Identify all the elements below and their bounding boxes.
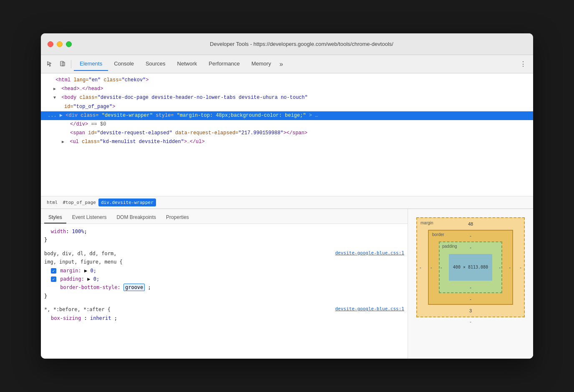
- dom-line[interactable]: <span id="devsite-request-elapsed" data-…: [41, 129, 533, 138]
- tab-elements[interactable]: Elements: [74, 57, 108, 71]
- panel-tabs: Elements Console Sources Network Perform…: [74, 57, 516, 71]
- box-bottom-value[interactable]: -: [470, 319, 471, 324]
- margin-bottom-value[interactable]: 3: [469, 308, 472, 313]
- dom-tree: <html lang="en" class="chekov"> ▶ <head>…: [41, 73, 533, 196]
- tab-styles[interactable]: Styles: [44, 212, 66, 224]
- toolbar-separator: [71, 60, 71, 68]
- traffic-lights: [48, 41, 72, 47]
- breadcrumb-item-devsite-wrapper[interactable]: div.devsite-wrapper: [98, 199, 156, 206]
- expand-arrow: ▼: [53, 95, 58, 101]
- expand-arrow: ▶: [53, 86, 58, 93]
- css-selector: img, input, figure, menu {: [44, 258, 404, 266]
- toolbar: Elements Console Sources Network Perform…: [41, 55, 533, 73]
- border-top-value[interactable]: -: [470, 233, 471, 238]
- border-left-value[interactable]: -: [430, 265, 432, 270]
- tab-event-listeners[interactable]: Event Listeners: [68, 212, 111, 224]
- css-close: }: [44, 292, 404, 300]
- devtools-window: Developer Tools - https://developers.goo…: [41, 33, 533, 359]
- padding-top-value[interactable]: -: [470, 245, 471, 250]
- devtools-body: <html lang="en" class="chekov"> ▶ <head>…: [41, 73, 533, 359]
- more-tabs-button[interactable]: »: [277, 59, 286, 70]
- margin-right-value[interactable]: -: [520, 265, 521, 270]
- css-file-link[interactable]: devsite-google-blue.css:1: [335, 249, 404, 257]
- border-bottom-value[interactable]: -: [470, 297, 471, 302]
- close-button[interactable]: [48, 41, 53, 47]
- tab-properties[interactable]: Properties: [162, 212, 193, 224]
- elements-panel: <html lang="en" class="chekov"> ▶ <head>…: [41, 73, 533, 209]
- devtools-menu-button[interactable]: ⋮: [516, 58, 530, 70]
- styles-section: Styles Event Listeners DOM Breakpoints P…: [41, 209, 408, 359]
- dom-line[interactable]: </div> == $0: [41, 120, 533, 129]
- breadcrumb-item-top-of-page[interactable]: #top_of_page: [60, 199, 98, 206]
- device-icon[interactable]: [57, 58, 68, 70]
- lower-panel: Styles Event Listeners DOM Breakpoints P…: [41, 209, 533, 359]
- dom-line[interactable]: <html lang="en" class="chekov">: [41, 76, 533, 85]
- css-block: body, div, dl, dd, form, devsite-google-…: [44, 249, 404, 300]
- styles-tabs: Styles Event Listeners DOM Breakpoints P…: [41, 209, 408, 224]
- box-model-section: margin 48 3 - - border - -: [408, 209, 533, 359]
- tab-performance[interactable]: Performance: [203, 57, 245, 71]
- padding-bottom-value[interactable]: -: [470, 285, 471, 290]
- css-block: *, *:before, *:after { devsite-google-bl…: [44, 305, 404, 322]
- tab-memory[interactable]: Memory: [246, 57, 277, 71]
- box-model-diagram: margin 48 3 - - border - -: [416, 217, 525, 317]
- dom-line[interactable]: ▼ <body class="devsite-doc-page devsite-…: [41, 93, 533, 102]
- css-selector: *, *:before, *:after {: [44, 307, 111, 312]
- border-right-value[interactable]: -: [509, 265, 511, 270]
- expand-arrow: ▶: [62, 139, 67, 146]
- tab-sources[interactable]: Sources: [140, 57, 171, 71]
- titlebar: Developer Tools - https://developers.goo…: [41, 33, 533, 55]
- minimize-button[interactable]: [57, 41, 63, 47]
- dom-line[interactable]: id="top_of_page">: [41, 103, 533, 111]
- css-value-highlighted: groove: [123, 284, 145, 291]
- content-layer: 400 × 8113.080: [449, 254, 492, 281]
- css-line: ✓ margin: ▶ 0;: [44, 266, 404, 275]
- inspect-icon[interactable]: [44, 58, 56, 70]
- css-line: border-bottom-style: groove ;: [44, 283, 404, 291]
- breadcrumb-bar: html #top_of_page div.devsite-wrapper: [41, 196, 533, 209]
- padding-left-value[interactable]: -: [441, 265, 442, 270]
- styles-content: width: 100%; } body, div, dl, dd, form, …: [41, 224, 408, 359]
- dom-line[interactable]: ▶ <ul class="kd-menulist devsite-hidden"…: [41, 138, 533, 146]
- property-checkbox[interactable]: ✓: [51, 268, 56, 274]
- content-dimensions: 400 × 8113.080: [453, 264, 488, 270]
- dom-line-selected[interactable]: ... ▶ <div class= "devsite-wrapper" styl…: [41, 111, 533, 120]
- css-block: width: 100%; }: [44, 227, 404, 244]
- css-selector: body, div, dl, dd, form, devsite-google-…: [44, 249, 404, 258]
- maximize-button[interactable]: [66, 41, 72, 47]
- css-file-link[interactable]: devsite-google-blue.css:1: [335, 305, 404, 313]
- margin-left-value[interactable]: -: [420, 265, 421, 270]
- tab-console[interactable]: Console: [108, 57, 140, 71]
- dom-line[interactable]: ▶ <head>…</head>: [41, 85, 533, 93]
- border-label: border: [432, 232, 444, 237]
- padding-label: padding: [442, 244, 457, 249]
- margin-top-value[interactable]: 48: [468, 221, 473, 226]
- property-checkbox[interactable]: ✓: [51, 276, 56, 282]
- css-line: width: 100%;: [44, 227, 404, 236]
- window-title: Developer Tools - https://developers.goo…: [77, 41, 526, 47]
- margin-label: margin: [420, 221, 433, 225]
- tab-dom-breakpoints[interactable]: DOM Breakpoints: [112, 212, 160, 224]
- tab-network[interactable]: Network: [171, 57, 203, 71]
- css-line: ✓ padding: ▶ 0;: [44, 275, 404, 283]
- css-line: box-sizing : inherit ;: [44, 314, 404, 322]
- breadcrumb-item-html[interactable]: html: [44, 199, 60, 206]
- padding-right-value[interactable]: -: [499, 265, 501, 270]
